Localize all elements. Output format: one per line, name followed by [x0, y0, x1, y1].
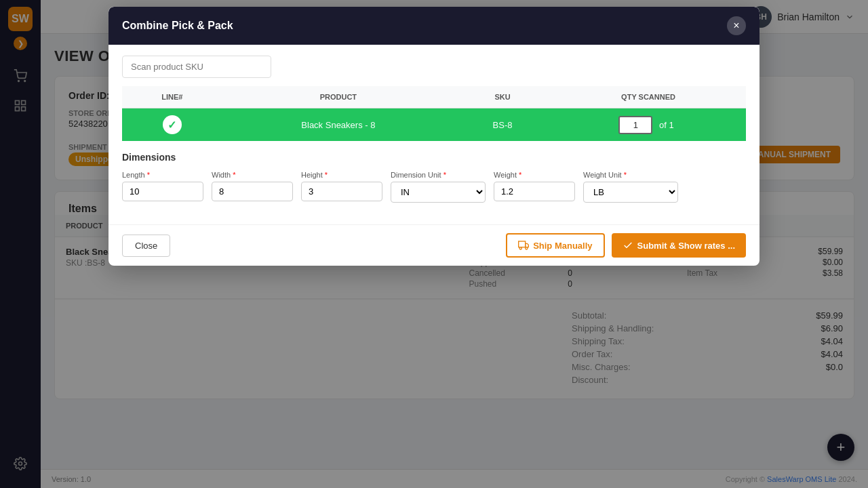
modal-footer: Close Ship Manually Submit & Show rates …	[108, 224, 760, 266]
qty-scanned-input[interactable]	[618, 116, 652, 134]
modal-combine-pick-pack: Combine Pick & Pack × LINE# PRODUCT SKU …	[108, 7, 760, 266]
weight-input[interactable]	[494, 182, 575, 201]
dimension-unit-label: Dimension Unit *	[391, 171, 486, 179]
svg-point-9	[519, 247, 521, 249]
length-field: Length *	[122, 171, 203, 203]
dimensions-section: Dimensions Length * Width *	[122, 152, 746, 203]
width-label: Width *	[212, 171, 293, 179]
truck-icon	[518, 240, 529, 251]
modal-products-table: LINE# PRODUCT SKU QTY SCANNED ✓ Black Sn…	[122, 86, 746, 141]
check-circle-icon: ✓	[163, 115, 182, 134]
dimensions-grid: Length * Width * Height *	[122, 171, 746, 203]
close-button[interactable]: Close	[122, 235, 170, 257]
dimension-unit-field: Dimension Unit * IN CM FT	[391, 171, 486, 203]
height-label: Height *	[301, 171, 382, 179]
modal-overlay: Combine Pick & Pack × LINE# PRODUCT SKU …	[0, 0, 868, 488]
ship-manually-button[interactable]: Ship Manually	[506, 233, 604, 258]
length-label: Length *	[122, 171, 203, 179]
modal-close-button[interactable]: ×	[727, 16, 746, 35]
modal-row-check: ✓	[122, 108, 222, 142]
modal-table-row: ✓ Black Sneakers - 8 BS-8 of 1	[122, 108, 746, 142]
modal-row-product: Black Sneakers - 8	[222, 108, 454, 142]
height-input[interactable]	[301, 182, 382, 201]
modal-footer-actions: Ship Manually Submit & Show rates ...	[506, 233, 746, 258]
weight-label: Weight *	[494, 171, 575, 179]
weight-unit-field: Weight Unit * LB KG OZ	[583, 171, 678, 203]
width-input[interactable]	[212, 182, 293, 201]
svg-rect-7	[519, 241, 526, 247]
modal-row-sku: BS-8	[454, 108, 551, 142]
weight-unit-select[interactable]: LB KG OZ	[583, 182, 678, 203]
modal-col-sku: SKU	[454, 86, 551, 108]
submit-icon	[623, 240, 633, 251]
submit-show-rates-button[interactable]: Submit & Show rates ...	[612, 233, 746, 258]
scan-sku-input[interactable]	[122, 56, 271, 78]
modal-col-line: LINE#	[122, 86, 222, 108]
length-input[interactable]	[122, 182, 203, 201]
dimension-unit-select[interactable]: IN CM FT	[391, 182, 486, 203]
modal-row-qty: of 1	[551, 108, 746, 142]
weight-unit-label: Weight Unit *	[583, 171, 678, 179]
weight-field: Weight *	[494, 171, 575, 203]
modal-col-qty-scanned: QTY SCANNED	[551, 86, 746, 108]
svg-marker-8	[526, 243, 529, 247]
modal-title: Combine Pick & Pack	[122, 20, 233, 32]
height-field: Height *	[301, 171, 382, 203]
modal-col-product: PRODUCT	[222, 86, 454, 108]
dimensions-title: Dimensions	[122, 152, 746, 163]
svg-point-10	[526, 247, 528, 249]
width-field: Width *	[212, 171, 293, 203]
modal-header: Combine Pick & Pack ×	[108, 7, 760, 45]
modal-body: LINE# PRODUCT SKU QTY SCANNED ✓ Black Sn…	[108, 45, 760, 224]
